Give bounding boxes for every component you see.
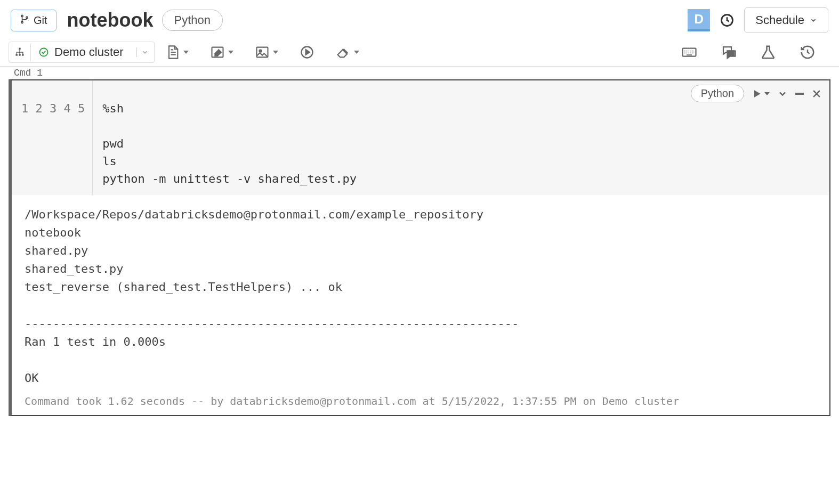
- eraser-icon: [336, 45, 351, 60]
- cell-run-button[interactable]: [752, 88, 770, 99]
- svg-point-0: [21, 15, 23, 17]
- caret-down-icon: [228, 51, 233, 54]
- caret-down-icon: [273, 51, 278, 54]
- run-all-button[interactable]: [295, 43, 319, 62]
- cluster-network-icon: [9, 44, 31, 61]
- history-button[interactable]: [795, 42, 820, 62]
- keyboard-icon: [681, 44, 697, 60]
- keyboard-button[interactable]: [677, 42, 701, 62]
- git-button[interactable]: Git: [11, 10, 57, 31]
- file-button[interactable]: [161, 43, 193, 62]
- edit-icon: [210, 45, 225, 60]
- chevron-down-icon: [810, 17, 817, 24]
- clock-icon[interactable]: [719, 12, 736, 29]
- language-pill[interactable]: Python: [162, 10, 223, 31]
- toolbar: Demo cluster: [0, 38, 839, 67]
- schedule-button[interactable]: Schedule: [744, 7, 828, 33]
- comments-icon: [721, 44, 737, 60]
- cmd-label: Cmd 1: [0, 67, 839, 79]
- minus-icon: [795, 93, 804, 95]
- svg-rect-7: [22, 54, 23, 55]
- header: Git notebook Python D Schedule: [0, 0, 839, 38]
- cell-close-button[interactable]: [811, 88, 822, 99]
- git-branch-icon: [20, 14, 29, 27]
- user-avatar[interactable]: D: [688, 9, 710, 31]
- cell-output: /Workspace/Repos/databricksdemo@protonma…: [12, 195, 829, 392]
- line-gutter: 1 2 3 4 5: [12, 80, 93, 195]
- comments-button[interactable]: [716, 42, 741, 62]
- svg-rect-4: [19, 48, 20, 50]
- clear-button[interactable]: [332, 43, 364, 62]
- edit-button[interactable]: [206, 43, 238, 62]
- svg-rect-5: [16, 54, 18, 55]
- chevron-down-icon: [777, 88, 788, 99]
- svg-rect-6: [19, 54, 20, 55]
- caret-down-icon: [764, 92, 770, 95]
- close-icon: [811, 88, 822, 99]
- status-ok-icon: [38, 47, 49, 58]
- caret-down-icon: [183, 51, 189, 54]
- notebook-cell: Python 1 2 3 4 5 %sh pwd ls python -m un…: [9, 79, 830, 416]
- git-label: Git: [34, 14, 47, 27]
- schedule-label: Schedule: [755, 13, 804, 27]
- cluster-name-label: Demo cluster: [54, 45, 124, 59]
- cell-minimize-button[interactable]: [795, 93, 804, 95]
- cluster-dropdown[interactable]: [131, 44, 154, 60]
- svg-point-1: [21, 21, 23, 23]
- svg-point-8: [40, 48, 48, 56]
- cell-toolbar: Python: [691, 85, 822, 102]
- file-icon: [165, 45, 180, 60]
- caret-down-icon: [354, 51, 359, 54]
- experiments-button[interactable]: [756, 42, 780, 62]
- cell-language-pill[interactable]: Python: [691, 85, 744, 102]
- flask-icon: [760, 44, 776, 60]
- command-meta: Command took 1.62 seconds -- by databric…: [12, 392, 829, 415]
- cell-collapse-button[interactable]: [777, 88, 788, 99]
- svg-point-11: [259, 50, 261, 52]
- history-icon: [800, 44, 816, 60]
- image-button[interactable]: [251, 43, 283, 62]
- notebook-title[interactable]: notebook: [67, 9, 154, 31]
- cluster-selector[interactable]: Demo cluster: [9, 42, 155, 63]
- image-icon: [255, 45, 270, 60]
- svg-point-2: [26, 17, 28, 18]
- play-circle-icon: [300, 45, 314, 60]
- play-icon: [752, 88, 762, 99]
- chevron-down-icon: [141, 48, 149, 56]
